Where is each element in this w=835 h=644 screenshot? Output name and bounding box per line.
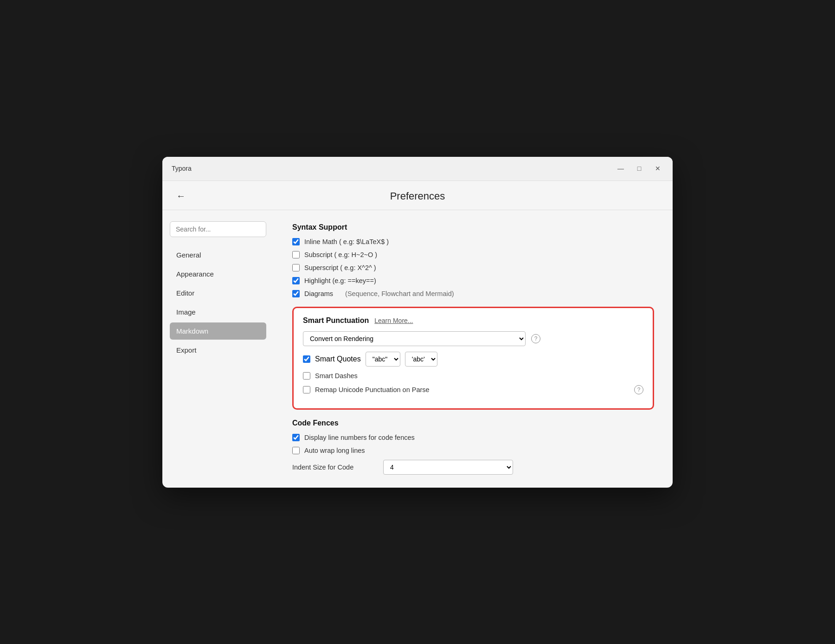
smart-quotes-checkbox[interactable] bbox=[303, 355, 310, 363]
syntax-support-title: Syntax Support bbox=[292, 223, 654, 232]
sidebar: General Appearance Editor Image Markdown… bbox=[162, 210, 274, 488]
inline-math-label: Inline Math ( e.g: $\LaTeX$ ) bbox=[304, 238, 389, 245]
subscript-row: Subscript ( e.g: H~2~O ) bbox=[292, 251, 654, 258]
code-fences-title: Code Fences bbox=[292, 419, 654, 427]
minimize-button[interactable]: — bbox=[615, 163, 626, 174]
superscript-checkbox[interactable] bbox=[292, 264, 300, 271]
syntax-support-section: Syntax Support Inline Math ( e.g: $\LaTe… bbox=[292, 223, 654, 297]
highlight-label: Highlight (e.g: ==key==) bbox=[304, 277, 376, 284]
remap-help-icon[interactable]: ? bbox=[634, 385, 643, 394]
remap-checkbox[interactable] bbox=[303, 386, 310, 393]
subscript-checkbox[interactable] bbox=[292, 251, 300, 258]
sidebar-item-editor[interactable]: Editor bbox=[170, 284, 266, 302]
remap-label: Remap Unicode Punctuation on Parse bbox=[315, 386, 430, 393]
subscript-label: Subscript ( e.g: H~2~O ) bbox=[304, 251, 377, 258]
smart-quotes-row: Smart Quotes "abc" 'abc' bbox=[303, 352, 643, 367]
app-title: Typora bbox=[172, 165, 192, 172]
diagrams-label: Diagrams bbox=[304, 290, 333, 297]
indent-size-label: Indent Size for Code bbox=[292, 464, 376, 471]
indent-size-select[interactable]: 2 4 8 bbox=[383, 460, 513, 475]
smart-punctuation-title: Smart Punctuation bbox=[303, 316, 369, 325]
preferences-header: ← Preferences bbox=[162, 181, 673, 210]
double-quote-select[interactable]: "abc" bbox=[366, 352, 400, 367]
display-line-numbers-checkbox[interactable] bbox=[292, 434, 300, 441]
remap-row: Remap Unicode Punctuation on Parse ? bbox=[303, 385, 643, 394]
sidebar-item-export[interactable]: Export bbox=[170, 341, 266, 359]
smart-quotes-label: Smart Quotes bbox=[315, 355, 361, 363]
search-input[interactable] bbox=[170, 221, 266, 237]
display-line-numbers-label: Display line numbers for code fences bbox=[304, 434, 415, 441]
diagrams-extra: (Sequence, Flowchart and Mermaid) bbox=[345, 290, 454, 297]
auto-wrap-checkbox[interactable] bbox=[292, 447, 300, 454]
superscript-label: Superscript ( e.g: X^2^ ) bbox=[304, 264, 376, 271]
single-quote-select[interactable]: 'abc' bbox=[405, 352, 437, 367]
main-content: Syntax Support Inline Math ( e.g: $\LaTe… bbox=[274, 210, 673, 488]
sidebar-item-appearance[interactable]: Appearance bbox=[170, 265, 266, 283]
highlight-row: Highlight (e.g: ==key==) bbox=[292, 277, 654, 284]
convert-row: Convert on Rendering Convert on Input No… bbox=[303, 331, 643, 346]
learn-more-link[interactable]: Learn More... bbox=[374, 317, 413, 324]
sidebar-item-general[interactable]: General bbox=[170, 246, 266, 264]
page-title: Preferences bbox=[390, 190, 445, 202]
auto-wrap-row: Auto wrap long lines bbox=[292, 447, 654, 454]
diagrams-checkbox[interactable] bbox=[292, 290, 300, 297]
convert-help-icon[interactable]: ? bbox=[531, 334, 540, 343]
code-fences-section: Code Fences Display line numbers for cod… bbox=[292, 419, 654, 475]
back-button[interactable]: ← bbox=[176, 191, 186, 201]
inline-math-checkbox[interactable] bbox=[292, 238, 300, 245]
smart-punct-header: Smart Punctuation Learn More... bbox=[303, 316, 643, 325]
sidebar-item-image[interactable]: Image bbox=[170, 303, 266, 321]
content-area: General Appearance Editor Image Markdown… bbox=[162, 210, 673, 488]
smart-dashes-label: Smart Dashes bbox=[315, 372, 358, 380]
maximize-button[interactable]: □ bbox=[634, 163, 645, 174]
highlight-checkbox[interactable] bbox=[292, 277, 300, 284]
smart-punctuation-section: Smart Punctuation Learn More... Convert … bbox=[292, 307, 654, 410]
window-controls: — □ ✕ bbox=[615, 163, 663, 174]
smart-dashes-checkbox[interactable] bbox=[303, 372, 310, 380]
sidebar-item-markdown[interactable]: Markdown bbox=[170, 322, 266, 340]
diagrams-row: Diagrams (Sequence, Flowchart and Mermai… bbox=[292, 290, 654, 297]
superscript-row: Superscript ( e.g: X^2^ ) bbox=[292, 264, 654, 271]
inline-math-row: Inline Math ( e.g: $\LaTeX$ ) bbox=[292, 238, 654, 245]
auto-wrap-label: Auto wrap long lines bbox=[304, 447, 365, 454]
smart-dashes-row: Smart Dashes bbox=[303, 372, 643, 380]
app-window: Typora — □ ✕ ← Preferences General Appea… bbox=[162, 157, 673, 488]
indent-size-row: Indent Size for Code 2 4 8 bbox=[292, 460, 654, 475]
close-button[interactable]: ✕ bbox=[652, 163, 663, 174]
titlebar: Typora — □ ✕ bbox=[162, 157, 673, 181]
convert-select[interactable]: Convert on Rendering Convert on Input No… bbox=[303, 331, 526, 346]
display-line-numbers-row: Display line numbers for code fences bbox=[292, 434, 654, 441]
